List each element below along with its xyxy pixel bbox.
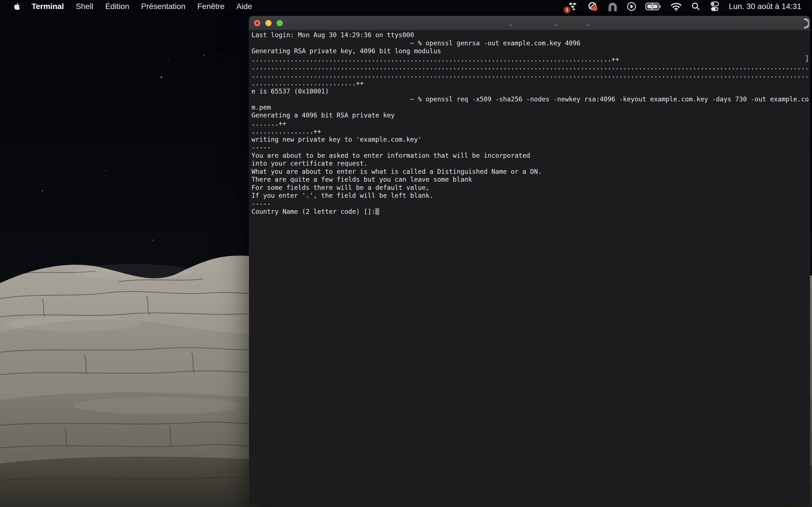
menu-bar-left: TerminalShellÉditionPrésentationFenêtreA… [0, 2, 252, 11]
menu-item-édition[interactable]: Édition [105, 2, 130, 11]
window-edge-bracket: ] [805, 54, 809, 62]
menu-item-fenêtre[interactable]: Fenêtre [197, 2, 225, 11]
zoom-button[interactable] [276, 20, 283, 26]
terminal-cursor [375, 208, 379, 215]
menu-bar-menus: TerminalShellÉditionPrésentationFenêtreA… [32, 2, 252, 11]
control-center-icon[interactable] [709, 1, 720, 12]
battery-charging-icon[interactable] [645, 1, 662, 12]
dropbox-icon[interactable]: 1 [567, 1, 578, 12]
dropbox-badge: 1 [564, 6, 570, 13]
terminal-window: Last login: Mon Aug 30 14:29:36 on ttys0… [249, 16, 810, 506]
menu-item-aide[interactable]: Aide [236, 2, 252, 11]
arch-app-icon[interactable] [608, 1, 618, 12]
terminal-pane[interactable]: Last login: Mon Aug 30 14:29:36 on ttys0… [249, 31, 810, 506]
spotlight-search-icon[interactable] [691, 1, 701, 12]
terminal-output: Last login: Mon Aug 30 14:29:36 on ttys0… [252, 31, 810, 216]
titlebar-faint-mark [587, 25, 590, 25]
menu-item-présentation[interactable]: Présentation [141, 2, 186, 11]
wifi-icon[interactable] [670, 1, 682, 12]
titlebar-faint-mark [555, 25, 558, 25]
traffic-lights [254, 20, 283, 26]
menu-item-terminal[interactable]: Terminal [32, 2, 64, 11]
apple-menu-icon[interactable] [12, 2, 20, 11]
play-circle-icon[interactable] [626, 1, 637, 12]
menu-bar-clock[interactable]: Lun. 30 août à 14:31 [729, 2, 801, 11]
menu-bar: TerminalShellÉditionPrésentationFenêtreA… [0, 0, 812, 13]
titlebar-faint-mark [509, 25, 512, 25]
titlebar-proxy-crescent-icon [804, 18, 809, 29]
menu-bar-status: 1 [567, 1, 812, 12]
sync-slash-icon[interactable] [587, 1, 599, 12]
minimize-button[interactable] [265, 20, 271, 26]
window-titlebar[interactable] [249, 16, 810, 31]
desktop: TerminalShellÉditionPrésentationFenêtreA… [0, 0, 812, 507]
close-button[interactable] [254, 20, 260, 26]
menu-item-shell[interactable]: Shell [76, 2, 93, 11]
